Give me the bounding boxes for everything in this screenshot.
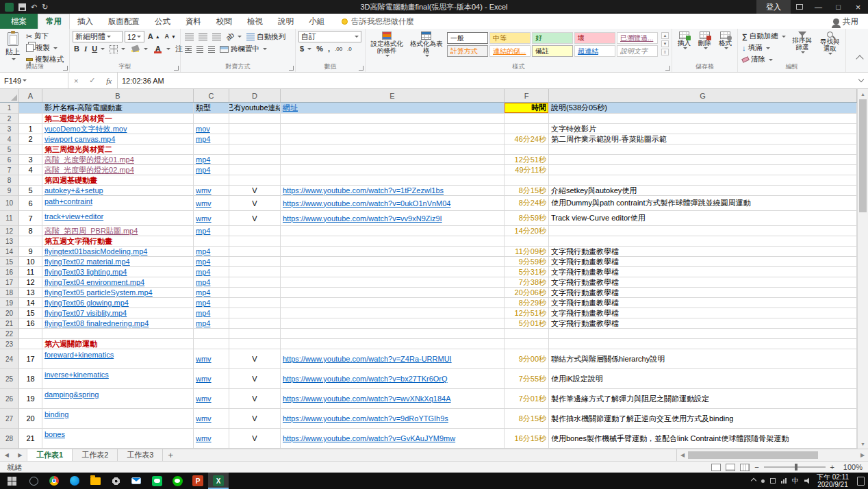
- italic-button[interactable]: I: [83, 44, 88, 55]
- row-header-26[interactable]: 26: [0, 389, 19, 409]
- cell-D16[interactable]: [229, 267, 281, 277]
- format-cells-button[interactable]: 格式: [716, 31, 735, 63]
- cell-style-3[interactable]: 好: [532, 32, 573, 44]
- fill-color-button[interactable]: [129, 44, 149, 55]
- cell-B24[interactable]: foreward+kinematics: [42, 349, 194, 369]
- cell-F19[interactable]: 8分29秒: [505, 298, 549, 308]
- cell-E17[interactable]: [281, 277, 505, 288]
- cell-C15[interactable]: mp4: [194, 257, 229, 267]
- scroll-up-icon[interactable]: ▲: [858, 89, 868, 99]
- cell-D10[interactable]: V: [229, 196, 281, 211]
- cut-button[interactable]: ✂剪下: [25, 31, 65, 42]
- ime-indicator[interactable]: 中: [792, 476, 799, 486]
- network-icon[interactable]: [781, 478, 787, 484]
- cell-B1[interactable]: 影片名稱-高階電腦動畫: [42, 103, 194, 114]
- cell-C9[interactable]: wmv: [194, 186, 229, 196]
- maximize-button[interactable]: □: [828, 0, 848, 14]
- cell-G2[interactable]: [549, 114, 857, 124]
- cell-style-6[interactable]: 計算方式: [447, 45, 488, 57]
- copy-button[interactable]: 複製: [25, 42, 65, 53]
- cell-B16[interactable]: flyingText03 lighting.mp4: [42, 267, 194, 277]
- cell-D18[interactable]: [229, 288, 281, 298]
- start-button[interactable]: [0, 473, 23, 489]
- paste-button[interactable]: 貼上: [3, 31, 23, 65]
- cell-F7[interactable]: 49分11秒: [505, 165, 549, 175]
- shrink-font-button[interactable]: A▼: [164, 32, 177, 42]
- cell-B26[interactable]: damping&spring: [42, 389, 194, 409]
- cell-G6[interactable]: [549, 155, 857, 165]
- tab-常用[interactable]: 常用: [38, 14, 70, 29]
- cell-G13[interactable]: [549, 236, 857, 247]
- cell-F12[interactable]: 14分20秒: [505, 226, 549, 236]
- autosum-button[interactable]: ∑自動加總: [741, 31, 787, 42]
- horizontal-scrollbar[interactable]: ◀ ▶: [676, 449, 868, 461]
- row-header-9[interactable]: 9: [0, 186, 19, 196]
- cell-E2[interactable]: [281, 114, 505, 124]
- orientation-button[interactable]: ab: [225, 32, 243, 42]
- select-all-button[interactable]: [0, 89, 19, 102]
- cell-E3[interactable]: [281, 124, 505, 134]
- row-header-20[interactable]: 20: [0, 308, 19, 318]
- cell-F28[interactable]: 16分15秒: [505, 429, 549, 449]
- save-icon[interactable]: [18, 3, 26, 11]
- cell-C28[interactable]: wmv: [194, 429, 229, 449]
- taskbar-app-excel[interactable]: X: [208, 473, 229, 489]
- cell-C25[interactable]: wmv: [194, 369, 229, 389]
- cell-D22[interactable]: [229, 329, 281, 339]
- cell-G12[interactable]: [549, 226, 857, 236]
- row-header-3[interactable]: 3: [0, 124, 19, 134]
- cell-F18[interactable]: 20分06秒: [505, 288, 549, 298]
- cell-F13[interactable]: [505, 236, 549, 247]
- column-header-F[interactable]: F: [505, 89, 549, 102]
- row-header-19[interactable]: 19: [0, 298, 19, 308]
- cell-F8[interactable]: [505, 175, 549, 186]
- cell-G20[interactable]: 文字飛行動畫教學檔: [549, 308, 857, 318]
- share-button[interactable]: 共用: [824, 14, 868, 29]
- align-center-button[interactable]: [195, 44, 205, 55]
- cell-B11[interactable]: track+view+editor: [42, 211, 194, 226]
- cell-A11[interactable]: 7: [19, 211, 42, 226]
- cell-D9[interactable]: V: [229, 186, 281, 196]
- cell-A8[interactable]: [19, 175, 42, 186]
- enter-icon[interactable]: ✓: [89, 76, 95, 85]
- row-header-17[interactable]: 17: [0, 277, 19, 288]
- cell-D27[interactable]: V: [229, 409, 281, 429]
- cell-G10[interactable]: 使用Dummy與path contraint方式製作球體彈跳並繞圓周運動: [549, 196, 857, 211]
- cell-A9[interactable]: 5: [19, 186, 42, 196]
- cell-C7[interactable]: mp4: [194, 165, 229, 175]
- cell-A17[interactable]: 12: [19, 277, 42, 288]
- zoom-slider-thumb[interactable]: [795, 464, 797, 471]
- conditional-formatting-button[interactable]: 設定格式化的條件: [368, 31, 406, 63]
- cell-D7[interactable]: [229, 165, 281, 175]
- cell-A10[interactable]: 6: [19, 196, 42, 211]
- cell-E25[interactable]: https://www.youtube.com/watch?v=bx27TKr6…: [281, 369, 505, 389]
- cell-style-1[interactable]: 一般: [447, 32, 488, 44]
- tab-插入[interactable]: 插入: [70, 14, 101, 29]
- cell-C27[interactable]: wmv: [194, 409, 229, 429]
- bold-button[interactable]: B: [73, 44, 81, 55]
- cell-E19[interactable]: [281, 298, 505, 308]
- cell-A5[interactable]: [19, 145, 42, 155]
- cell-B7[interactable]: 高階_光度學的燈光02.mp4: [42, 165, 194, 175]
- cell-B4[interactable]: viewport canvas.mp4: [42, 134, 194, 145]
- scroll-left-icon[interactable]: ◀: [677, 452, 688, 458]
- column-header-G[interactable]: G: [549, 89, 857, 102]
- cell-A2[interactable]: [19, 114, 42, 124]
- cell-E4[interactable]: [281, 134, 505, 145]
- row-header-8[interactable]: 8: [0, 175, 19, 186]
- cell-style-7[interactable]: 連結的儲...: [489, 45, 531, 57]
- vertical-scroll-thumb[interactable]: [859, 99, 867, 212]
- cell-A20[interactable]: 15: [19, 308, 42, 318]
- cell-B14[interactable]: flyingtext01basicModeling.mp4: [42, 247, 194, 257]
- cell-E15[interactable]: [281, 257, 505, 267]
- cell-F5[interactable]: [505, 145, 549, 155]
- cell-E6[interactable]: [281, 155, 505, 165]
- taskbar-app-line[interactable]: [146, 473, 167, 489]
- scroll-right-icon[interactable]: ▶: [857, 452, 868, 458]
- undo-icon[interactable]: ↶: [31, 3, 37, 11]
- page-layout-view-icon[interactable]: [726, 464, 735, 471]
- cell-A16[interactable]: 11: [19, 267, 42, 277]
- cell-F9[interactable]: 8分15秒: [505, 186, 549, 196]
- cell-B8[interactable]: 第四週基礎動畫: [42, 175, 194, 186]
- cell-D20[interactable]: [229, 308, 281, 318]
